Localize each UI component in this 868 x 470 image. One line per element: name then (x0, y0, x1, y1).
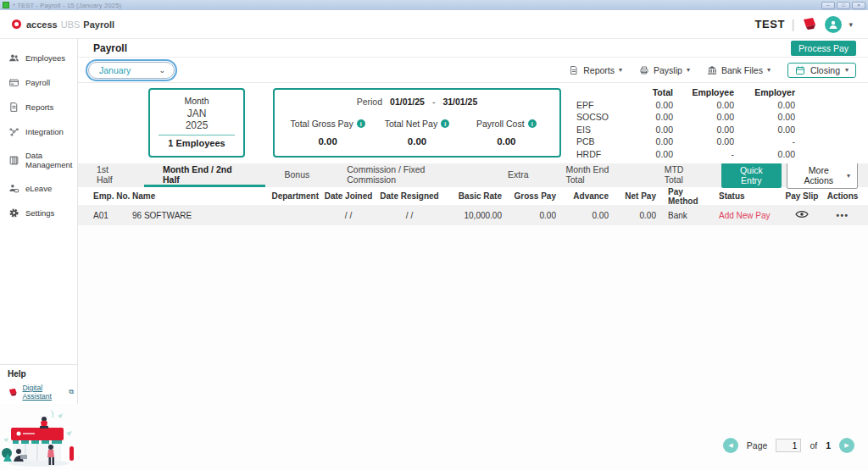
info-icon[interactable]: i (441, 119, 449, 128)
sidebar-item-label: Settings (25, 208, 54, 218)
payslip-menu-button[interactable]: Payslip ▾ (639, 65, 690, 75)
col-department: Department (237, 191, 319, 201)
header-divider: | (792, 18, 795, 31)
month-select-value: January (99, 65, 131, 75)
calendar-icon (795, 65, 805, 75)
tab-1st-half[interactable]: 1st Half (78, 163, 144, 187)
data-management-icon (8, 155, 19, 166)
tab-month-end-total[interactable]: Month End Total (548, 163, 646, 187)
sidebar-item-integration[interactable]: Integration (0, 119, 77, 144)
sidebar-item-eleave[interactable]: eLeave (0, 176, 77, 201)
metric-label: Payroll Cost (476, 119, 525, 129)
sidebar: Employees Payroll Reports Integration Da… (0, 39, 78, 470)
row-actions-icon[interactable]: ••• (836, 211, 849, 220)
brand-product: Payroll (83, 19, 114, 30)
quick-entry-button[interactable]: Quick Entry (721, 163, 781, 188)
statutory-header-total: Total (617, 86, 673, 99)
metric-label: Total Gross Pay (291, 119, 353, 129)
closing-menu-button[interactable]: Closing ▾ (787, 63, 856, 78)
statutory-row-epf: EPF 0.00 0.00 0.00 (576, 99, 795, 112)
cell-gross-pay: 0.00 (502, 211, 556, 220)
process-pay-button[interactable]: Process Pay (791, 41, 856, 56)
add-new-pay-link[interactable]: Add New Pay (714, 211, 782, 220)
sidebar-item-settings[interactable]: Settings (0, 201, 77, 225)
toolbar: January ⌄ Reports ▾ Payslip ▾ Bank Files… (78, 58, 868, 83)
more-actions-button[interactable]: More Actions ▾ (787, 162, 858, 189)
app-header: access UBS Payroll TEST | ▾ (0, 10, 868, 39)
eleave-icon (8, 183, 19, 194)
sidebar-item-reports[interactable]: Reports (0, 95, 77, 119)
digital-assistant-link[interactable]: Digital Assistant ⧉ (0, 379, 77, 404)
month-card-label: Month (150, 96, 243, 106)
employee-table-row: A01 96 SOFTWARE / / / / 10,000.00 0.00 0… (78, 205, 868, 225)
sidebar-item-payroll[interactable]: Payroll (0, 70, 77, 95)
sidebar-item-data-management[interactable]: Data Management (0, 144, 77, 176)
tabs-row: 1st Half Month End / 2nd Half Bonus Comm… (78, 163, 868, 187)
page-total: 1 (826, 440, 831, 451)
sidebar-item-label: Reports (25, 102, 53, 112)
caret-down-icon: ▾ (619, 66, 622, 74)
restore-button[interactable]: □ (837, 2, 850, 9)
payslip-eye-icon[interactable] (795, 210, 809, 218)
month-card-month: JAN (150, 108, 243, 119)
minimize-button[interactable]: – (821, 2, 835, 9)
info-icon[interactable]: i (528, 119, 537, 128)
help-heading: Help (0, 369, 77, 379)
prev-page-button[interactable]: ◀ (723, 438, 738, 453)
sidebar-item-label: Employees (25, 53, 65, 63)
sidebar-item-employees[interactable]: Employees (0, 46, 77, 70)
col-name: Name (132, 191, 237, 201)
col-pay-method: Pay Method (656, 187, 714, 206)
col-basic-rate: Basic Rate (441, 191, 502, 201)
col-gross-pay: Gross Pay (502, 191, 556, 201)
statutory-row-hrdf: HRDF 0.00 - 0.00 (576, 148, 795, 161)
external-link-icon: ⧉ (69, 388, 74, 396)
col-date-resigned: Date Resigned (378, 191, 441, 201)
close-button[interactable]: × (852, 2, 865, 9)
col-emp-no: Emp. No. (93, 191, 132, 201)
closing-menu-label: Closing (810, 65, 840, 75)
tab-bonus[interactable]: Bonus (265, 163, 328, 187)
statutory-summary: Total Employee Employer EPF 0.00 0.00 0.… (576, 86, 795, 160)
digital-assistant-label: Digital Assistant (22, 384, 64, 401)
window-titlebar: * TEST - Payroll - 15 (January 2025) – □… (0, 0, 868, 10)
caret-down-icon: ▾ (847, 172, 850, 180)
main-content: Payroll Process Pay January ⌄ Reports ▾ … (78, 39, 868, 470)
statutory-row-eis: EIS 0.00 0.00 0.00 (576, 124, 795, 136)
reports-menu-button[interactable]: Reports ▾ (569, 65, 622, 75)
tab-commission[interactable]: Commission / Fixed Commission (328, 163, 489, 187)
user-menu-caret-icon[interactable]: ▾ (849, 20, 853, 29)
cell-date-resigned: / / (378, 211, 441, 220)
user-avatar[interactable] (825, 16, 842, 33)
more-actions-label: More Actions (794, 165, 843, 185)
tab-mtd-total[interactable]: MTD Total (646, 163, 721, 187)
brand-ubs: UBS (61, 19, 81, 30)
cell-name: 96 SOFTWARE (132, 211, 237, 220)
chevron-down-icon: ⌄ (159, 66, 165, 75)
page-number-input[interactable] (776, 439, 801, 452)
payslip-menu-label: Payslip (654, 65, 682, 75)
sidebar-item-label: Integration (25, 127, 64, 136)
employees-icon (8, 53, 19, 64)
reports-icon (8, 102, 19, 113)
brand-logo: access UBS Payroll (12, 19, 114, 30)
metric-net-pay: Total Net Payi 0.00 (372, 115, 461, 147)
statutory-header-employer: Employer (734, 86, 795, 99)
metric-gross-pay: Total Gross Payi 0.00 (283, 115, 372, 147)
period-to: 31/01/25 (442, 97, 477, 107)
info-icon[interactable]: i (357, 119, 365, 128)
month-card: Month JAN 2025 1 Employees (148, 88, 245, 158)
month-select[interactable]: January ⌄ (88, 62, 175, 79)
bank-files-menu-button[interactable]: Bank Files ▾ (707, 65, 771, 75)
settings-gear-icon (8, 207, 19, 218)
page-label: Page (747, 440, 768, 451)
tab-month-end-2nd-half[interactable]: Month End / 2nd Half (144, 163, 266, 187)
next-page-button[interactable]: ▶ (839, 438, 854, 453)
col-net-pay: Net Pay (609, 191, 656, 201)
metric-payroll-cost: Payroll Costi 0.00 (462, 115, 551, 147)
tab-extra[interactable]: Extra (489, 163, 548, 187)
caret-down-icon: ▾ (767, 66, 771, 74)
reports-menu-label: Reports (583, 65, 615, 75)
statutory-header-employee: Employee (673, 86, 734, 99)
assistant-icon[interactable] (801, 17, 818, 31)
